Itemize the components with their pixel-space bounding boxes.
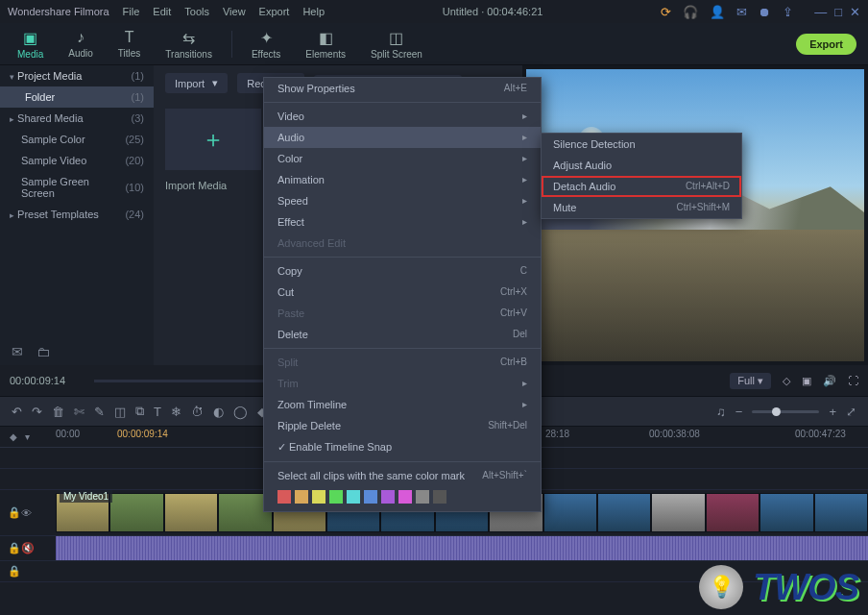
cm-select-same-color[interactable]: Select all clips with the same color mar… [264,465,541,486]
color-swatch[interactable] [329,490,343,504]
tab-transitions[interactable]: ⇆Transitions [159,25,218,63]
snapshot-icon[interactable]: ▣ [802,375,811,387]
lock-icon[interactable]: 🔒 [8,565,21,578]
color-swatch[interactable] [277,490,291,504]
cm-effect[interactable]: Effect▸ [264,211,541,233]
sm-silence-detection[interactable]: Silence Detection [542,134,741,155]
cm-audio[interactable]: Audio▸ [264,127,541,148]
clip-thumb[interactable] [597,493,651,532]
clip-thumb[interactable] [164,493,218,532]
marker-add-icon[interactable]: ◆ [10,431,17,442]
maximize-icon[interactable]: □ [834,5,842,19]
cm-animation[interactable]: Animation▸ [264,169,541,190]
color-swatch[interactable] [381,490,395,504]
sidebar-item-shared-media[interactable]: ▸ Shared Media(3) [0,108,154,129]
color-swatch[interactable] [433,490,446,504]
clip-thumb[interactable] [109,493,163,532]
sidebar-item-folder[interactable]: Folder(1) [0,86,154,108]
tab-effects[interactable]: ✦Effects [246,25,286,63]
zoom-out-icon[interactable]: − [735,405,743,419]
tab-titles[interactable]: TTitles [112,25,147,62]
cloud-sync-icon[interactable]: ⟳ [661,5,671,19]
color-swatch[interactable] [295,490,308,504]
cm-timeline-snap[interactable]: ✓Enable Timeline Snap [264,436,541,458]
color-swatch[interactable] [312,490,326,504]
import-tile[interactable]: ＋ [165,109,261,170]
cm-video[interactable]: Video▸ [264,106,541,127]
import-dropdown[interactable]: Import▾ [165,73,228,93]
cm-copy[interactable]: CopyC [264,260,541,282]
cm-delete[interactable]: DeleteDel [264,324,541,345]
marker-icon[interactable]: ◇ [783,375,790,387]
color-swatch[interactable] [398,490,412,504]
cut-icon[interactable]: ✄ [74,405,84,419]
color-swatch[interactable] [364,490,377,504]
zoom-slider[interactable] [752,410,819,413]
minimize-icon[interactable]: — [814,5,827,19]
chevron-down-icon[interactable]: ▾ [25,431,30,442]
cm-color[interactable]: Color▸ [264,148,541,169]
menu-help[interactable]: Help [302,6,325,17]
sm-detach-audio[interactable]: Detach AudioCtrl+Alt+D [542,176,741,197]
lock-icon[interactable]: 🔒 [8,542,21,554]
cm-show-properties[interactable]: Show PropertiesAlt+E [264,78,541,99]
clip-thumb[interactable] [814,493,868,532]
cm-speed[interactable]: Speed▸ [264,190,541,211]
support-icon[interactable]: 🎧 [683,5,698,19]
cm-cut[interactable]: CutCtrl+X [264,282,541,303]
tab-elements[interactable]: ◧Elements [300,25,351,63]
mail-icon[interactable]: ✉ [12,344,23,359]
volume-icon[interactable]: 🔊 [823,375,836,387]
crop-icon[interactable]: ⧉ [135,404,144,419]
text-icon[interactable]: T [154,405,161,419]
trim-icon[interactable]: ◫ [114,405,126,419]
close-icon[interactable]: ✕ [850,5,860,19]
sidebar-item-sample-color[interactable]: Sample Color(25) [0,129,154,150]
sidebar-item-project-media[interactable]: ▾ Project Media(1) [0,65,154,86]
menu-edit[interactable]: Edit [153,6,171,17]
menu-export[interactable]: Export [259,6,290,17]
freeze-icon[interactable]: ❄ [171,405,181,419]
audio-waveform[interactable] [56,536,868,560]
sidebar-item-green-screen[interactable]: Sample Green Screen(10) [0,171,154,204]
menu-file[interactable]: File [123,6,140,17]
green-screen-icon[interactable]: ◯ [233,405,248,419]
undo-icon[interactable]: ↶ [12,405,22,419]
sm-adjust-audio[interactable]: Adjust Audio [542,155,741,176]
color-icon[interactable]: ◐ [213,405,224,419]
cm-ripple-delete[interactable]: Ripple DeleteShift+Del [264,415,541,436]
fit-icon[interactable]: ⤢ [846,405,856,419]
redo-icon[interactable]: ↷ [32,405,42,419]
export-button[interactable]: Export [796,34,856,55]
zoom-in-icon[interactable]: + [829,405,836,419]
record-icon[interactable]: ⏺ [759,5,771,19]
menu-view[interactable]: View [223,6,246,17]
edit-icon[interactable]: ✎ [94,405,105,419]
fullscreen-icon[interactable]: ⛶ [848,375,858,386]
clip-thumb[interactable] [706,493,760,532]
mixer-icon[interactable]: ♫ [716,405,726,419]
quality-dropdown[interactable]: Full ▾ [730,373,771,389]
color-swatch[interactable] [416,490,429,504]
audio-track-1[interactable]: 🔒 🔇 [0,536,868,561]
eye-icon[interactable]: 👁 [21,507,32,519]
sidebar-item-sample-video[interactable]: Sample Video(20) [0,150,154,171]
tab-split-screen[interactable]: ◫Split Screen [365,25,428,63]
upload-icon[interactable]: ⇪ [783,5,793,19]
color-swatch[interactable] [347,490,360,504]
clip-thumb[interactable] [543,493,597,532]
folder-icon[interactable]: 🗀 [36,344,50,359]
user-icon[interactable]: 👤 [710,5,725,19]
sidebar-item-preset-templates[interactable]: ▸ Preset Templates(24) [0,204,154,225]
lock-icon[interactable]: 🔒 [8,506,21,519]
clip-thumb[interactable] [760,493,813,532]
cm-zoom-timeline[interactable]: Zoom Timeline▸ [264,394,541,415]
clip-thumb[interactable] [651,493,705,532]
sm-mute[interactable]: MuteCtrl+Shift+M [542,197,741,218]
speed-icon[interactable]: ⏱ [191,405,204,419]
mute-icon[interactable]: 🔇 [21,542,35,554]
menu-tools[interactable]: Tools [184,6,209,17]
tab-audio[interactable]: ♪Audio [62,25,99,62]
message-icon[interactable]: ✉ [736,5,747,19]
tab-media[interactable]: ▣Media [12,25,49,63]
